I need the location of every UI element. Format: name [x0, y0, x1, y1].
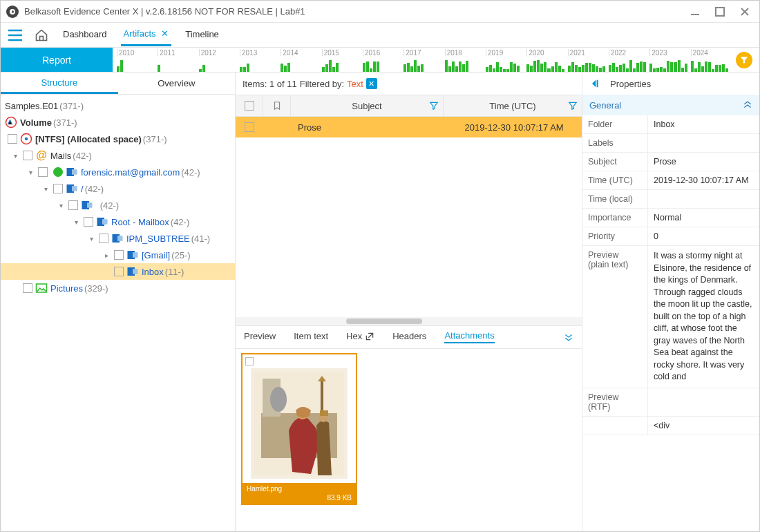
tree-root-mailbox[interactable]: ▾ Root - Mailbox (42-) — [1, 213, 235, 230]
tab-artifacts-close-icon[interactable]: ✕ — [161, 28, 169, 39]
tab-dashboard[interactable]: Dashboard — [60, 25, 110, 45]
chevron-down-icon[interactable] — [564, 332, 573, 342]
svg-rect-8 — [72, 186, 77, 191]
detail-tabs: Preview Item text Hex Headers Attachment… — [236, 325, 582, 349]
sidebar-tab-overview[interactable]: Overview — [118, 74, 236, 93]
filter-icon[interactable] — [568, 101, 578, 111]
checkbox[interactable] — [84, 217, 93, 227]
section-general[interactable]: General — [582, 95, 759, 115]
tree-ipm-subtree[interactable]: ▾ IPM_SUBTREE (41-) — [1, 230, 235, 247]
collapse-icon[interactable]: ▸ — [102, 251, 111, 259]
tree-mails[interactable]: ▾ @ Mails (42-) — [1, 147, 235, 164]
tree-ntfs[interactable]: [NTFS] (Allocated space) (371-) — [1, 131, 235, 147]
item-table-header: Subject Time (UTC) — [236, 95, 582, 117]
attachment-thumbnail — [251, 368, 348, 479]
tree-slash[interactable]: ▾ / (42-) — [1, 180, 235, 197]
expand-icon[interactable]: ▾ — [56, 202, 66, 209]
tab-artifacts-label: Artifacts — [124, 28, 156, 39]
clear-filter-button[interactable]: ✕ — [366, 78, 377, 89]
prop-priority: 0 — [647, 227, 759, 245]
window-title: Belkasoft Evidence Center X | v.2.6.1815… — [24, 6, 305, 17]
tree-inbox[interactable]: Inbox (11-) — [1, 263, 235, 280]
outlook-icon — [126, 249, 139, 261]
row-time: 2019-12-30 10:07:17 AM — [446, 122, 582, 133]
tab-artifacts[interactable]: Artifacts ✕ — [121, 24, 172, 46]
minimize-button[interactable] — [690, 7, 700, 17]
report-button[interactable]: Report — [1, 48, 113, 72]
tree-volume[interactable]: Volume (371-) — [1, 114, 235, 131]
row-checkbox[interactable] — [245, 122, 254, 132]
checkbox[interactable] — [53, 184, 63, 193]
tree-gmail[interactable]: ▸ [Gmail] (25-) — [1, 247, 235, 263]
center-panel: Items: 1 of 11 Filtered by: Text ✕ Subje… — [236, 73, 582, 531]
properties-panel: Properties General FolderInbox Labels Su… — [582, 73, 759, 531]
svg-rect-14 — [117, 236, 123, 241]
volume-icon — [20, 133, 32, 145]
dtab-hex[interactable]: Hex — [346, 331, 374, 343]
select-all-checkbox[interactable] — [245, 101, 254, 111]
svg-rect-0 — [691, 14, 699, 15]
dtab-itemtext[interactable]: Item text — [294, 331, 328, 343]
checkbox[interactable] — [23, 283, 32, 293]
tree-root[interactable]: Samples.E01 (371-) — [1, 97, 235, 114]
filtered-by-label: Filtered by: — [300, 79, 344, 89]
properties-table[interactable]: FolderInbox Labels SubjectProse Time (UT… — [582, 115, 759, 531]
dtab-headers[interactable]: Headers — [392, 331, 426, 343]
svg-rect-10 — [87, 202, 93, 208]
home-icon[interactable] — [34, 28, 49, 42]
outlook-icon — [111, 232, 124, 245]
properties-title: Properties — [610, 79, 651, 89]
horizontal-scrollbar[interactable] — [236, 317, 582, 325]
attachment-card[interactable]: Hamlet.png 83.9 KB — [241, 353, 357, 505]
outlook-icon — [66, 182, 78, 195]
expand-icon[interactable]: ▾ — [10, 152, 20, 160]
checkbox[interactable] — [99, 234, 108, 243]
prop-time-local — [647, 190, 759, 208]
dtab-attachments[interactable]: Attachments — [444, 330, 494, 343]
prop-labels — [647, 134, 759, 152]
bookmark-column-icon[interactable] — [263, 95, 291, 116]
svg-rect-28 — [320, 410, 328, 416]
dtab-preview[interactable]: Preview — [244, 331, 276, 343]
tree-blank[interactable]: ▾ (42-) — [1, 197, 235, 213]
expand-icon[interactable]: ▾ — [41, 185, 50, 193]
filter-bar: Items: 1 of 11 Filtered by: Text ✕ — [236, 73, 582, 95]
maximize-button[interactable] — [715, 7, 725, 17]
row-subject: Prose — [291, 122, 446, 133]
external-link-icon — [365, 332, 374, 341]
checkbox[interactable] — [8, 134, 17, 144]
filter-icon[interactable] — [429, 101, 439, 111]
item-table-body[interactable]: Prose 2019-12-30 10:07:17 AM — [236, 117, 582, 317]
menu-icon[interactable] — [8, 29, 23, 41]
sidebar-tab-structure[interactable]: Structure — [1, 73, 118, 94]
table-row[interactable]: Prose 2019-12-30 10:07:17 AM — [236, 117, 582, 137]
tree-account[interactable]: ▾ forensic.mat@gmail.com (42-) — [1, 164, 235, 180]
checkbox[interactable] — [68, 200, 78, 210]
expand-icon[interactable]: ▾ — [26, 169, 35, 176]
items-count-label: Items: 1 of 11 — [243, 79, 297, 89]
column-subject[interactable]: Subject — [291, 95, 444, 116]
tree-root-label: Samples.E01 — [5, 101, 58, 111]
tree-pictures[interactable]: Pictures (329-) — [1, 280, 235, 296]
checkbox[interactable] — [38, 167, 48, 177]
close-button[interactable] — [740, 7, 750, 17]
attachment-filename: Hamlet.png — [247, 485, 352, 493]
expand-icon[interactable]: ▾ — [86, 235, 96, 243]
svg-rect-12 — [102, 219, 108, 225]
outlook-icon — [96, 216, 108, 228]
timeline-strip[interactable]: 2010201120122013201420152016201720182019… — [113, 48, 759, 72]
checkbox[interactable] — [114, 250, 124, 260]
app-logo-icon — [6, 6, 19, 18]
prop-preview-plain: It was a stormy night at Elsinore, the r… — [647, 246, 759, 388]
timeline-filter-icon[interactable] — [736, 52, 752, 68]
panel-collapse-icon[interactable] — [589, 78, 600, 89]
expand-icon[interactable]: ▾ — [71, 218, 81, 226]
svg-rect-16 — [133, 252, 138, 258]
column-time[interactable]: Time (UTC) — [444, 95, 582, 116]
filter-value: Text — [347, 79, 363, 89]
artifact-tree[interactable]: Samples.E01 (371-) Volume (371-) [NTFS] … — [1, 95, 235, 531]
checkbox[interactable] — [114, 267, 124, 276]
tab-timeline[interactable]: Timeline — [182, 25, 222, 45]
attachment-checkbox[interactable] — [245, 357, 254, 365]
checkbox[interactable] — [23, 151, 32, 160]
